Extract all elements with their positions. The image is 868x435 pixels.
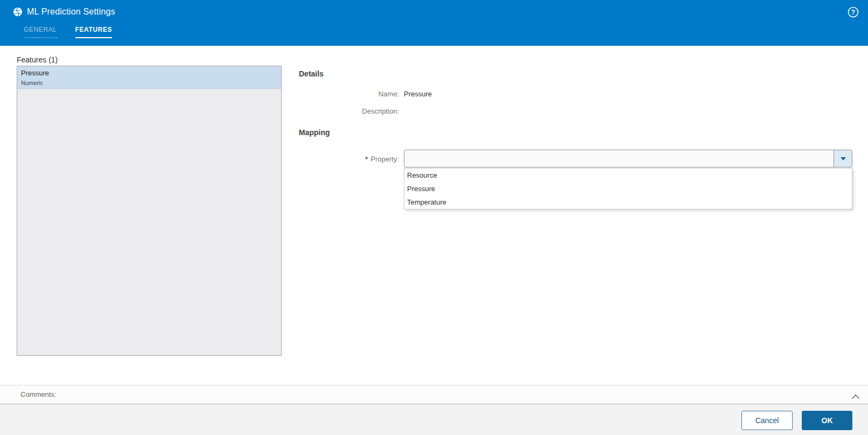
tab-general[interactable]: GENERAL: [24, 26, 57, 38]
dialog-title: ML Prediction Settings: [27, 7, 115, 17]
property-row: *Property:: [299, 155, 399, 163]
property-label-text: Property:: [370, 155, 399, 163]
dropdown-option-temperature[interactable]: Temperature: [404, 195, 852, 209]
feature-list-item[interactable]: Pressure Numeric: [17, 66, 281, 89]
name-value: Pressure: [404, 90, 432, 98]
tab-bar: GENERAL FEATURES: [24, 26, 130, 38]
features-list[interactable]: Pressure Numeric: [17, 66, 282, 356]
cancel-button[interactable]: Cancel: [741, 411, 793, 430]
comments-label: Comments:: [20, 390, 56, 398]
property-label: *Property:: [299, 155, 399, 163]
help-glyph: ?: [851, 9, 855, 16]
property-combobox[interactable]: [404, 150, 852, 167]
chevron-up-icon[interactable]: [851, 392, 860, 402]
features-list-title: Features (1): [17, 55, 58, 64]
brain-icon: [13, 7, 23, 17]
required-asterisk: *: [365, 155, 368, 163]
feature-type: Numeric: [21, 79, 277, 87]
dialog-header: ML Prediction Settings ? GENERAL FEATURE…: [0, 0, 868, 46]
description-label: Description:: [299, 107, 399, 115]
name-label: Name:: [299, 90, 399, 98]
property-dropdown-list: Resource Pressure Temperature: [404, 168, 852, 209]
footer-bar: Cancel OK: [0, 404, 868, 435]
feature-name: Pressure: [21, 68, 277, 78]
details-heading: Details: [299, 69, 324, 78]
dropdown-option-pressure[interactable]: Pressure: [404, 182, 852, 195]
property-dropdown-button[interactable]: [834, 150, 852, 167]
mapping-heading: Mapping: [299, 128, 330, 137]
description-row: Description:: [299, 107, 404, 115]
name-row: Name: Pressure: [299, 90, 432, 98]
dropdown-option-resource[interactable]: Resource: [404, 169, 852, 182]
title-row: ML Prediction Settings: [13, 7, 115, 17]
ok-button[interactable]: OK: [802, 411, 852, 430]
help-circle-icon[interactable]: ?: [848, 6, 859, 18]
tab-features[interactable]: FEATURES: [75, 26, 113, 38]
chevron-down-icon: [841, 157, 846, 160]
comments-bar: Comments:: [0, 385, 868, 404]
ml-prediction-settings-dialog: ML Prediction Settings ? GENERAL FEATURE…: [0, 0, 868, 435]
